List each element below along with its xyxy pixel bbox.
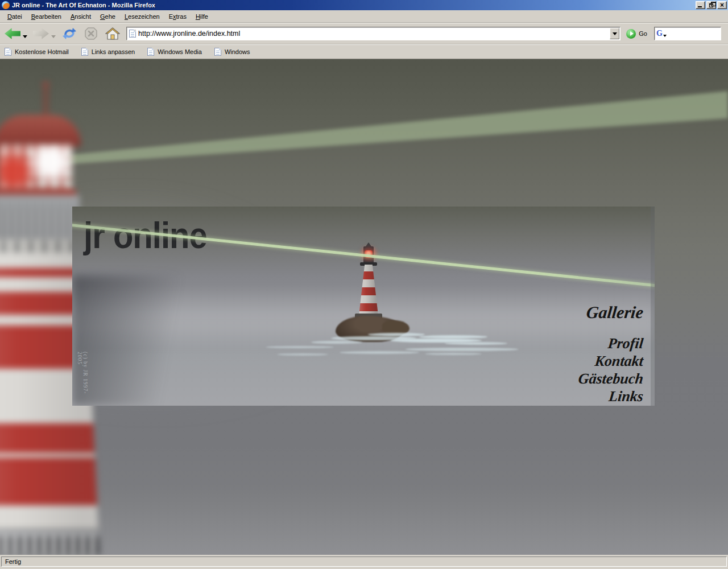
- bookmark-item-windows-media[interactable]: Windows Media: [147, 48, 202, 56]
- close-icon: ×: [720, 2, 724, 9]
- navigation-toolbar: Go G: [0, 23, 728, 44]
- stop-icon: [84, 27, 98, 40]
- bookmark-icon: [147, 48, 154, 56]
- menu-item-ansicht[interactable]: Ansicht: [66, 11, 96, 22]
- go-icon: [626, 29, 636, 39]
- menu-item-bearbeiten[interactable]: Bearbeiten: [27, 11, 66, 22]
- restore-button[interactable]: [706, 1, 716, 9]
- lighthouse-gallery: [0, 195, 80, 243]
- stop-button[interactable]: [83, 26, 99, 42]
- bookmark-icon: [81, 48, 88, 56]
- lighthouse-dome: [0, 115, 81, 147]
- minimize-button[interactable]: [696, 1, 705, 9]
- bookmark-icon: [5, 48, 11, 56]
- sea-foam: [425, 353, 482, 355]
- sea-foam: [419, 335, 487, 339]
- go-button[interactable]: Go: [626, 29, 647, 39]
- browser-window: JR online - The Art Of Echnaton - Mozill…: [0, 0, 728, 569]
- lighthouse-railing: [0, 210, 80, 241]
- minimize-icon: [698, 6, 702, 7]
- status-text: Fertig: [5, 558, 21, 565]
- google-engine-icon[interactable]: G: [656, 30, 667, 38]
- window-controls: ×: [696, 1, 727, 9]
- title-bar[interactable]: JR online - The Art Of Echnaton - Mozill…: [0, 0, 728, 10]
- address-bar: [126, 27, 621, 40]
- sea-foam: [277, 353, 328, 356]
- bookmark-label: Windows Media: [158, 48, 202, 55]
- nav-link-gaestebuch[interactable]: Gästebuch: [577, 370, 644, 387]
- sea-foam: [368, 333, 425, 336]
- menu-item-lesezeichen[interactable]: Lesezeichen: [120, 11, 164, 22]
- chevron-down-icon: [613, 32, 617, 35]
- copyright-text: (c) by JR 1997-2005: [77, 352, 88, 406]
- nav-link-gallerie[interactable]: Gallerie: [577, 303, 644, 321]
- lighthouse-rim: [0, 189, 76, 196]
- bookmarks-toolbar: Kostenlose Hotmail Links anpassen Window…: [0, 44, 728, 59]
- menu-item-datei[interactable]: Datei: [3, 11, 27, 22]
- forward-button[interactable]: [33, 27, 49, 40]
- bookmark-label: Kostenlose Hotmail: [15, 48, 69, 55]
- bookmark-icon: [214, 48, 221, 56]
- sea-foam: [340, 351, 419, 354]
- fog-layer: [0, 486, 728, 555]
- back-button[interactable]: [5, 27, 20, 40]
- search-input[interactable]: [667, 30, 728, 38]
- sea-foam: [405, 348, 519, 351]
- page-viewport: jr online (c) by JR 1997-200: [0, 59, 728, 555]
- bookmark-item-links-anpassen[interactable]: Links anpassen: [81, 48, 135, 56]
- bookmark-item-hotmail[interactable]: Kostenlose Hotmail: [5, 48, 69, 56]
- main-panel-image: jr online (c) by JR 1997-200: [72, 207, 655, 406]
- home-button[interactable]: [105, 26, 121, 42]
- forward-dropdown[interactable]: [51, 35, 56, 38]
- page-icon: [129, 30, 136, 38]
- url-dropdown-button[interactable]: [610, 28, 619, 39]
- lighthouse-spire: [44, 84, 48, 121]
- nav-link-links[interactable]: Links: [577, 387, 644, 405]
- menu-item-extras[interactable]: Extras: [164, 11, 191, 22]
- menu-item-gehe[interactable]: Gehe: [96, 11, 120, 22]
- close-button[interactable]: ×: [717, 1, 727, 9]
- sea-foam: [445, 342, 507, 345]
- firefox-icon[interactable]: [2, 1, 10, 9]
- menu-item-hilfe[interactable]: Hilfe: [191, 11, 213, 22]
- sea-foam: [311, 341, 362, 344]
- home-icon: [105, 27, 120, 40]
- bookmark-label: Windows: [225, 48, 250, 55]
- lighthouse-lantern: [0, 145, 72, 190]
- search-box: G: [654, 27, 721, 40]
- url-input[interactable]: [136, 30, 610, 38]
- status-bar: Fertig: [0, 555, 728, 569]
- back-dropdown[interactable]: [23, 35, 27, 38]
- nav-link-profil[interactable]: Profil: [577, 335, 644, 352]
- nav-link-kontakt[interactable]: Kontakt: [577, 352, 644, 370]
- window-title: JR online - The Art Of Echnaton - Mozill…: [12, 2, 696, 9]
- panel-right-edge: [651, 207, 655, 406]
- site-navigation: Gallerie Profil Kontakt Gästebuch Links: [578, 303, 643, 405]
- reload-button[interactable]: [61, 26, 77, 42]
- panel-shadow: [72, 275, 203, 406]
- lighthouse-base-railing: [0, 530, 100, 555]
- sea-foam: [266, 346, 334, 348]
- bookmark-item-windows[interactable]: Windows: [214, 48, 250, 56]
- restore-icon: [709, 3, 713, 7]
- reload-icon: [62, 26, 77, 41]
- menu-bar: Datei Bearbeiten Ansicht Gehe Lesezeiche…: [0, 10, 728, 23]
- bookmark-label: Links anpassen: [92, 48, 135, 55]
- status-panel: Fertig: [1, 556, 727, 567]
- go-label: Go: [639, 30, 647, 37]
